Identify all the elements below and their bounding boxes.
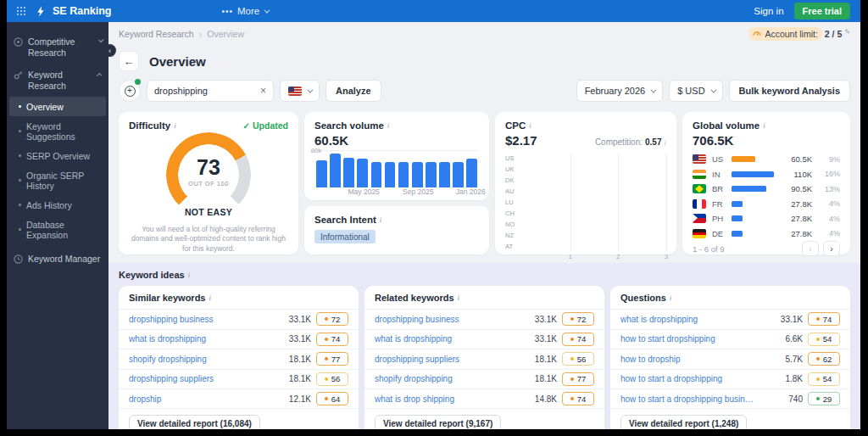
info-icon[interactable]: i [664,138,666,147]
table-row: dropshipping business33.1K72 [364,309,604,329]
next-page-button[interactable]: › [823,241,840,256]
volume-bar[interactable] [732,215,743,221]
difficulty-badge: 56 [316,372,348,386]
cpc-x-axis: 123 [522,253,666,263]
view-report-button[interactable]: View detailed report (1,248) [620,415,747,430]
volume-bar[interactable] [732,156,755,162]
info-icon[interactable]: i [387,121,390,130]
volume-bar[interactable] [426,162,437,187]
keyword-link[interactable]: dropshipping business [375,315,521,324]
x-tick-label: 2 [616,253,620,260]
back-button[interactable]: ← [119,51,139,71]
clear-icon[interactable]: × [260,85,266,97]
analyze-button[interactable]: Analyze [326,80,381,102]
sidebar-item-database-expansion[interactable]: Database Expansion [7,215,108,244]
sidebar-item-ads-history[interactable]: Ads History [7,195,108,215]
country-volume: 90.5K [791,184,812,193]
volume-bar[interactable] [330,154,341,187]
view-report-button[interactable]: View detailed report (16,084) [129,415,260,430]
keyword-link[interactable]: how to dropship [620,355,767,364]
info-icon[interactable]: i [188,271,191,279]
keyword-input[interactable] [154,86,255,96]
account-limit-label: Account limit: [765,29,817,39]
breadcrumb-parent[interactable]: Keyword Research [119,29,194,39]
country-code: UK [505,165,522,173]
sidebar-collapse-button[interactable]: ‹ [103,44,116,57]
volume-bar[interactable] [357,159,368,187]
volume-bar[interactable] [316,160,327,187]
keyword-link[interactable]: dropshipping suppliers [375,355,521,364]
keyword-link[interactable]: how to start dropshipping [620,334,767,344]
keyword-link[interactable]: what is dropshipping [375,334,521,344]
volume-bar[interactable] [732,186,766,192]
info-icon[interactable]: i [174,121,176,130]
brand[interactable]: SE Ranking [35,5,111,18]
keyword-link[interactable]: dropship [129,394,275,404]
difficulty-title: Difficulty [129,120,170,131]
info-icon[interactable]: i [670,293,672,302]
info-icon[interactable]: i [458,293,460,302]
sidebar-item-organic-serp-history[interactable]: Organic SERP History [7,165,108,195]
sidebar-item-keyword-suggestions[interactable]: Keyword Suggestions [7,116,108,146]
more-menu[interactable]: ••• More [221,6,268,16]
period-select[interactable]: February 2026 [576,80,664,102]
table-row: how to start a dropshipping1.8K54 [610,369,850,389]
clock-icon [14,254,23,264]
intent-badge: Informational [314,230,376,243]
keyword-link[interactable]: shopify dropshipping [129,355,275,364]
volume-bar[interactable] [732,201,743,207]
bullet-icon [19,105,21,108]
difficulty-badge: 72 [562,312,594,326]
info-icon[interactable]: i [529,121,531,130]
key-icon [14,70,23,80]
x-tick-label: 3 [665,253,668,260]
volume-bar[interactable] [385,162,396,187]
volume-bar[interactable] [732,171,774,177]
keyword-link[interactable]: shopify dropshipping [375,374,521,383]
chevron-down-icon [98,37,103,42]
sidebar-item-competitive-research[interactable]: Competitive Research [7,31,108,64]
volume-bar[interactable] [412,162,423,187]
breadcrumb-current: Overview [207,29,244,39]
volume-bar[interactable] [398,162,409,187]
keyword-link[interactable]: what is drop shipping [375,394,521,404]
free-trial-button[interactable]: Free trial [794,3,850,20]
keyword-link[interactable]: dropshipping suppliers [129,374,275,383]
keyword-link[interactable]: what is dropshipping [620,315,767,324]
edit-pencil-icon[interactable]: ✎ [844,28,850,36]
view-report-button[interactable]: View detailed report (9,167) [375,415,501,430]
region-select[interactable] [280,80,320,102]
difficulty-dot-icon [570,338,574,341]
prev-page-button[interactable]: ‹ [802,241,819,256]
global-volume-value: 706.5K [693,133,840,148]
country-volume: 27.8K [791,199,812,209]
bulk-analysis-button[interactable]: Bulk keyword Analysis [729,80,850,102]
keyword-link[interactable]: how to start a dropshipping [620,374,767,383]
sidebar-item-keyword-research[interactable]: Keyword Research [7,64,108,97]
sidebar-item-serp-overview[interactable]: SERP Overview [7,146,108,165]
keyword-link[interactable]: dropshipping business [129,315,275,324]
volume-bar[interactable] [466,159,477,187]
main-content: Keyword Research › Overview Account limi… [108,22,860,429]
volume-bar[interactable] [371,162,382,187]
volume-bar[interactable] [439,162,450,187]
keyword-link[interactable]: what is dropshipping [129,334,275,344]
info-icon[interactable]: i [763,121,765,130]
table-title: Questions [620,293,666,303]
chevron-down-icon [651,87,657,92]
info-icon[interactable]: i [209,293,212,302]
search-volume-value: 60.5K [314,133,479,148]
table-row: shopify dropshipping18.1K77 [364,369,604,389]
currency-select[interactable]: $ USD [669,80,722,102]
volume-bar[interactable] [343,158,354,187]
volume-bar[interactable] [453,162,464,187]
apps-grid-icon[interactable] [17,7,26,16]
add-keyword-button[interactable]: + [119,80,141,102]
keyword-link[interactable]: how to start a dropshipping busin… [620,394,767,404]
sidebar-item-overview[interactable]: Overview [9,97,106,116]
country-code: AU [505,187,522,195]
volume-bar[interactable] [732,231,743,237]
sidebar-item-keyword-manager[interactable]: Keyword Manager [7,248,108,271]
sign-in-link[interactable]: Sign in [754,6,783,16]
info-icon[interactable]: i [380,215,382,224]
